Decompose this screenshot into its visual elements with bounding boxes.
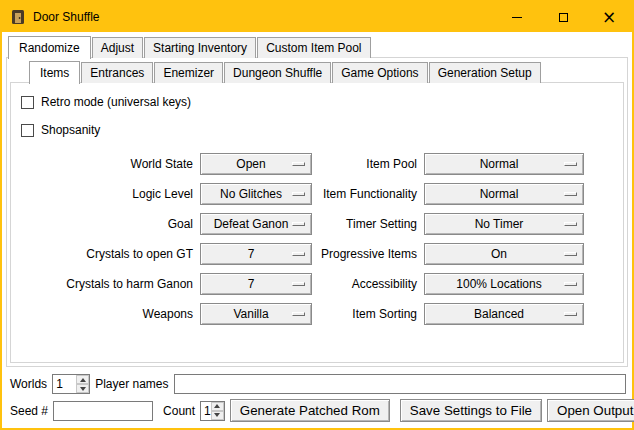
count-label: Count xyxy=(163,404,195,418)
crystals-to-open-gt-dropdown[interactable]: 7 xyxy=(200,243,312,265)
item-sorting-dropdown[interactable]: Balanced xyxy=(424,303,584,325)
item-pool-dropdown[interactable]: Normal xyxy=(424,153,584,175)
shopsanity-label: Shopsanity xyxy=(41,123,100,137)
weapons-value: Vanilla xyxy=(233,307,278,321)
dropdown-indicator-icon xyxy=(564,312,577,316)
dropdown-indicator-icon xyxy=(564,282,577,286)
tab-starting-inventory[interactable]: Starting Inventory xyxy=(144,37,256,58)
close-icon: × xyxy=(602,9,616,26)
worlds-row: Worlds 1 Player names xyxy=(10,374,626,394)
worlds-label: Worlds xyxy=(10,377,47,391)
accessibility-value: 100% Locations xyxy=(456,277,551,291)
shopsanity-checkbox[interactable] xyxy=(21,124,34,137)
count-spinbox[interactable]: 1 xyxy=(200,401,225,421)
weapons-dropdown[interactable]: Vanilla xyxy=(200,303,312,325)
goal-dropdown[interactable]: Defeat Ganon xyxy=(200,213,312,235)
items-pane: Retro mode (universal keys) Shopsanity W… xyxy=(10,82,624,363)
dropdown-indicator-icon xyxy=(292,312,305,316)
spin-down-button[interactable] xyxy=(211,411,224,420)
titlebar[interactable]: Door Shuffle × xyxy=(2,2,632,32)
player-names-input[interactable] xyxy=(174,374,627,394)
close-button[interactable]: × xyxy=(586,2,632,32)
timer-setting-value: No Timer xyxy=(475,217,534,231)
tab-generation-setup[interactable]: Generation Setup xyxy=(429,62,541,83)
tab-custom-item-pool[interactable]: Custom Item Pool xyxy=(257,37,370,58)
progressive-items-dropdown[interactable]: On xyxy=(424,243,584,265)
crystals-to-open-gt-label: Crystals to open GT xyxy=(15,247,193,261)
tab-adjust[interactable]: Adjust xyxy=(92,37,143,58)
app-icon xyxy=(10,9,26,25)
minimize-button[interactable] xyxy=(494,2,540,32)
maximize-button[interactable] xyxy=(540,2,586,32)
generate-patched-rom-button[interactable]: Generate Patched Rom xyxy=(230,399,390,422)
world-state-dropdown[interactable]: Open xyxy=(200,153,312,175)
bottom-bar: Worlds 1 Player names Seed # Count 1 xyxy=(6,367,628,422)
crystals-to-harm-ganon-dropdown[interactable]: 7 xyxy=(200,273,312,295)
retro-mode-row: Retro mode (universal keys) xyxy=(21,93,623,111)
retro-mode-checkbox[interactable] xyxy=(21,96,34,109)
arrow-up-icon xyxy=(214,404,220,408)
dropdown-indicator-icon xyxy=(564,222,577,226)
tab-enemizer[interactable]: Enemizer xyxy=(154,62,223,83)
timer-setting-label: Timer Setting xyxy=(319,217,417,231)
spin-up-button[interactable] xyxy=(211,402,224,411)
world-state-label: World State xyxy=(15,157,193,171)
crystals-to-harm-ganon-value: 7 xyxy=(248,277,265,291)
item-sorting-value: Balanced xyxy=(474,307,534,321)
dropdown-indicator-icon xyxy=(564,192,577,196)
dropdown-indicator-icon xyxy=(292,252,305,256)
open-output-directory-button[interactable]: Open Output Directory xyxy=(547,399,634,422)
seed-input[interactable] xyxy=(53,401,153,421)
arrow-down-icon xyxy=(214,413,220,417)
world-state-value: Open xyxy=(236,157,275,171)
tab-game-options[interactable]: Game Options xyxy=(332,62,427,83)
item-functionality-dropdown[interactable]: Normal xyxy=(424,183,584,205)
dropdown-indicator-icon xyxy=(564,162,577,166)
arrow-down-icon xyxy=(80,387,86,391)
randomize-pane: Items Entrances Enemizer Dungeon Shuffle… xyxy=(6,57,628,367)
dropdown-indicator-icon xyxy=(292,282,305,286)
spin-down-button[interactable] xyxy=(76,384,89,393)
player-names-label: Player names xyxy=(95,377,168,391)
accessibility-dropdown[interactable]: 100% Locations xyxy=(424,273,584,295)
tab-entrances[interactable]: Entrances xyxy=(81,62,153,83)
minimize-icon xyxy=(512,17,522,18)
count-value: 1 xyxy=(201,402,211,420)
tab-randomize[interactable]: Randomize xyxy=(8,36,91,59)
weapons-label: Weapons xyxy=(15,307,193,321)
tab-items[interactable]: Items xyxy=(29,61,80,84)
item-pool-value: Normal xyxy=(480,157,529,171)
spin-up-button[interactable] xyxy=(76,375,89,384)
crystals-to-harm-ganon-label: Crystals to harm Ganon xyxy=(15,277,193,291)
worlds-value: 1 xyxy=(53,375,76,393)
item-sorting-label: Item Sorting xyxy=(319,307,417,321)
count-spin-arrows xyxy=(211,402,224,420)
progressive-items-label: Progressive Items xyxy=(319,247,417,261)
crystals-to-open-gt-value: 7 xyxy=(248,247,265,261)
inner-tab-strip: Items Entrances Enemizer Dungeon Shuffle… xyxy=(27,61,627,83)
tab-dungeon-shuffle[interactable]: Dungeon Shuffle xyxy=(224,62,331,83)
arrow-up-icon xyxy=(80,378,86,382)
dropdown-indicator-icon xyxy=(292,162,305,166)
window-content: Randomize Adjust Starting Inventory Cust… xyxy=(2,32,632,428)
accessibility-label: Accessibility xyxy=(319,277,417,291)
outer-tab-strip: Randomize Adjust Starting Inventory Cust… xyxy=(6,36,628,58)
item-functionality-label: Item Functionality xyxy=(319,187,417,201)
worlds-spin-arrows xyxy=(76,375,89,393)
progressive-items-value: On xyxy=(491,247,517,261)
logic-level-label: Logic Level xyxy=(15,187,193,201)
goal-value: Defeat Ganon xyxy=(214,217,299,231)
goal-label: Goal xyxy=(15,217,193,231)
dropdown-indicator-icon xyxy=(564,252,577,256)
retro-mode-label: Retro mode (universal keys) xyxy=(41,95,191,109)
maximize-icon xyxy=(559,13,568,22)
seed-label: Seed # xyxy=(10,404,48,418)
save-settings-button[interactable]: Save Settings to File xyxy=(400,399,542,422)
logic-level-value: No Glitches xyxy=(220,187,292,201)
window-controls: × xyxy=(494,2,632,32)
timer-setting-dropdown[interactable]: No Timer xyxy=(424,213,584,235)
item-pool-label: Item Pool xyxy=(319,157,417,171)
worlds-spinbox[interactable]: 1 xyxy=(52,374,90,394)
app-window: Door Shuffle × Randomize Adjust Starting… xyxy=(0,0,634,430)
logic-level-dropdown[interactable]: No Glitches xyxy=(200,183,312,205)
